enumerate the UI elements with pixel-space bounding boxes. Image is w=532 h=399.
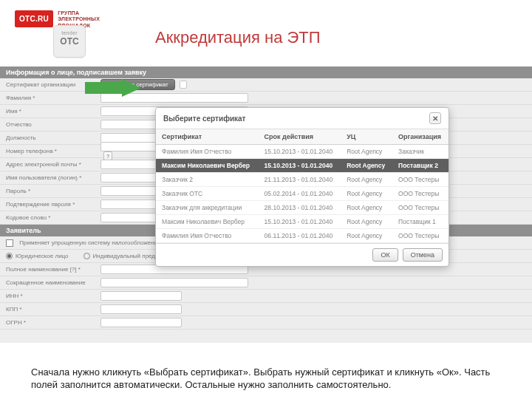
- table-cell: Заказчик для аккредитации: [156, 201, 259, 215]
- table-row[interactable]: Фамилия Имя Отчество06.11.2013 - 01.01.2…: [156, 229, 449, 243]
- table-cell: Заказчик: [392, 145, 449, 159]
- form-label: Подтверждение пароля *: [0, 201, 96, 208]
- row-shortname: Сокращенное наименование: [0, 276, 532, 290]
- col-org: Организация: [392, 129, 449, 145]
- input-shortname[interactable]: [100, 278, 248, 287]
- label-certificate: Сертификат организации: [0, 81, 96, 88]
- col-validity: Срок действия: [259, 129, 341, 145]
- form-row: Фамилия *: [0, 92, 532, 105]
- cert-display: [180, 81, 187, 89]
- checkbox-simplified-tax[interactable]: [6, 239, 13, 247]
- table-cell: 15.10.2013 - 01.01.2040: [259, 215, 341, 229]
- app-screenshot: Информация о лице, подписавшем заявку Се…: [0, 66, 532, 343]
- col-certificate: Сертификат: [156, 129, 259, 145]
- form-label: Должность: [0, 134, 96, 141]
- label-fullname: Полное наименование [?] *: [0, 266, 96, 273]
- table-cell: Root Agency: [341, 215, 392, 229]
- tender-tab-small: tender: [54, 30, 85, 35]
- arrow-icon: [85, 79, 141, 97]
- table-cell: Root Agency: [341, 201, 392, 215]
- col-ca: УЦ: [341, 129, 392, 145]
- logo-tagline-l1: ГРУППА: [58, 10, 100, 16]
- table-cell: 15.10.2013 - 01.01.2040: [259, 145, 341, 159]
- table-cell: 06.11.2013 - 01.01.2040: [259, 229, 341, 243]
- input-ogrn[interactable]: [100, 318, 182, 327]
- radio-dot-icon: [6, 253, 13, 259]
- modal-title: Выберите сертификат: [163, 115, 246, 123]
- table-row[interactable]: Фамилия Имя Отчество15.10.2013 - 01.01.2…: [156, 145, 449, 159]
- row-kpp: КПП *: [0, 303, 532, 316]
- ok-button[interactable]: ОК: [372, 248, 398, 262]
- label-simplified-tax: Применяет упрощенную систему налогооблож…: [19, 239, 160, 246]
- table-row[interactable]: Заказчик ОТС05.02.2014 - 01.01.2040Root …: [156, 187, 449, 201]
- table-cell: Максим Николаевич Вербер: [156, 215, 259, 229]
- form-label: Пароль *: [0, 188, 96, 194]
- instruction-text: Сначала нужно кликнуть «Выбрать сертифик…: [31, 366, 501, 392]
- table-row[interactable]: Заказчик для аккредитации28.10.2013 - 01…: [156, 201, 449, 215]
- table-cell: Root Agency: [341, 173, 392, 187]
- radio-legal-entity[interactable]: Юридическое лицо: [6, 253, 69, 259]
- tender-tab-big: ОТС: [54, 36, 85, 47]
- form-label: Адрес электронной почты *: [0, 161, 96, 168]
- table-cell: Root Agency: [341, 187, 392, 201]
- table-cell: ООО Тестеры: [392, 187, 449, 201]
- tender-tab: tender ОТС: [53, 25, 86, 58]
- label-kpp: КПП *: [0, 306, 96, 313]
- form-label: Номер телефона *: [0, 148, 96, 154]
- radio-dot-icon: [83, 253, 90, 259]
- form-label: Имя *: [0, 108, 96, 115]
- modal-close-button[interactable]: ✕: [429, 112, 441, 124]
- form-label: Фамилия *: [0, 95, 96, 101]
- table-row[interactable]: Максим Николаевич Вербер15.10.2013 - 01.…: [156, 215, 449, 229]
- logo-badge: OTC.RU: [15, 10, 53, 27]
- slide-header: OTC.RU ГРУППА ЭЛЕКТРОННЫХ ПЛОЩАДОК tende…: [0, 0, 532, 65]
- radio-label: Юридическое лицо: [16, 253, 69, 259]
- table-cell: Root Agency: [341, 145, 392, 159]
- table-cell: Заказчик ОТС: [156, 187, 259, 201]
- table-cell: Поставщик 2: [392, 159, 449, 173]
- label-inn: ИНН *: [0, 293, 96, 299]
- table-cell: Root Agency: [341, 229, 392, 243]
- svg-marker-0: [85, 79, 141, 97]
- table-cell: Поставщик 1: [392, 215, 449, 229]
- table-cell: Заказчик 2: [156, 173, 259, 187]
- table-row[interactable]: Заказчик 221.11.2013 - 01.01.2040Root Ag…: [156, 173, 449, 187]
- form-label: Имя пользователя (логин) *: [0, 174, 96, 181]
- input-inn[interactable]: [100, 291, 182, 301]
- table-cell: Root Agency: [341, 159, 392, 173]
- form-label: Отчество: [0, 121, 96, 128]
- table-cell: 05.02.2014 - 01.01.2040: [259, 187, 341, 201]
- certificate-modal: Выберите сертификат ✕ Сертификат Срок де…: [155, 107, 449, 267]
- table-cell: 21.11.2013 - 01.01.2040: [259, 173, 341, 187]
- label-ogrn: ОГРН *: [0, 319, 96, 326]
- section-signer-info: Информация о лице, подписавшем заявку: [0, 66, 532, 78]
- table-cell: ООО Тестеры: [392, 173, 449, 187]
- table-cell: ООО Тестеры: [392, 229, 449, 243]
- page-title: Аккредитация на ЭТП: [155, 28, 321, 47]
- cancel-button[interactable]: Отмена: [403, 248, 443, 262]
- label-shortname: Сокращенное наименование: [0, 279, 96, 286]
- table-cell: 28.10.2013 - 01.01.2040: [259, 201, 341, 215]
- table-cell: Фамилия Имя Отчество: [156, 145, 259, 159]
- logo-tagline-l2: ЭЛЕКТРОННЫХ: [58, 16, 100, 22]
- row-ogrn: ОГРН *: [0, 316, 532, 330]
- input-kpp[interactable]: [100, 304, 182, 314]
- table-cell: Фамилия Имя Отчество: [156, 229, 259, 243]
- row-inn: ИНН *: [0, 290, 532, 303]
- row-certificate: Сертификат организации Выберите сертифик…: [0, 78, 532, 92]
- close-icon: ✕: [432, 115, 438, 123]
- table-cell: 15.10.2013 - 01.01.2040: [259, 159, 341, 173]
- table-cell: Максим Николаевич Вербер: [156, 159, 259, 173]
- certificate-table: Сертификат Срок действия УЦ Организация …: [156, 129, 449, 243]
- table-row[interactable]: Максим Николаевич Вербер15.10.2013 - 01.…: [156, 159, 449, 173]
- form-label: Кодовое слово *: [0, 214, 96, 221]
- table-cell: ООО Тестеры: [392, 201, 449, 215]
